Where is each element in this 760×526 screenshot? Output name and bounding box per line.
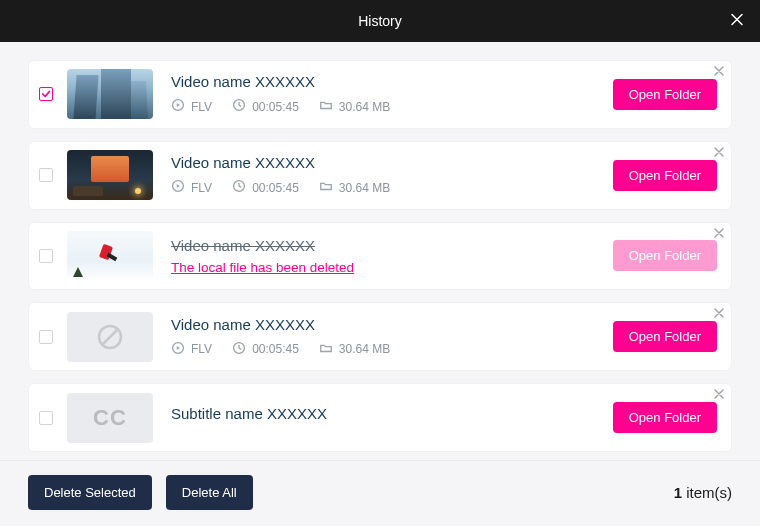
remove-item-icon[interactable]	[713, 65, 725, 77]
play-icon	[171, 179, 185, 196]
open-folder-button[interactable]: Open Folder	[613, 160, 717, 191]
item-title: Video name XXXXXX	[171, 154, 613, 171]
item-meta: FLV00:05:4530.64 MB	[171, 179, 613, 196]
list-item: Video name XXXXXXFLV00:05:4530.64 MBOpen…	[28, 60, 732, 129]
unavailable-icon	[95, 322, 125, 352]
item-info: Video name XXXXXXFLV00:05:4530.64 MB	[171, 73, 613, 115]
duration-label: 00:05:45	[252, 100, 299, 114]
folder-icon	[319, 179, 333, 196]
folder-icon	[319, 98, 333, 115]
open-folder-button[interactable]: Open Folder	[613, 79, 717, 110]
delete-selected-button[interactable]: Delete Selected	[28, 475, 152, 510]
clock-icon	[232, 98, 246, 115]
remove-item-icon[interactable]	[713, 388, 725, 400]
select-checkbox[interactable]	[39, 168, 53, 182]
item-count: 1 item(s)	[674, 484, 732, 501]
size-label: 30.64 MB	[339, 342, 390, 356]
page-title: History	[358, 13, 402, 29]
thumbnail	[67, 69, 153, 119]
select-checkbox[interactable]	[39, 330, 53, 344]
size-label: 30.64 MB	[339, 181, 390, 195]
open-folder-button[interactable]: Open Folder	[613, 402, 717, 433]
item-count-suffix: item(s)	[686, 484, 732, 501]
list-item: Video name XXXXXXFLV00:05:4530.64 MBOpen…	[28, 302, 732, 371]
format-label: FLV	[191, 100, 212, 114]
header: History	[0, 0, 760, 42]
remove-item-icon[interactable]	[713, 146, 725, 158]
item-title: Video name XXXXXX	[171, 237, 613, 254]
footer: Delete Selected Delete All 1 item(s)	[0, 460, 760, 526]
close-icon[interactable]	[730, 13, 744, 30]
remove-item-icon[interactable]	[713, 227, 725, 239]
item-meta: FLV00:05:4530.64 MB	[171, 341, 613, 358]
open-folder-button[interactable]: Open Folder	[613, 321, 717, 352]
list-item: Video name XXXXXXThe local file has been…	[28, 222, 732, 291]
duration-label: 00:05:45	[252, 181, 299, 195]
item-count-value: 1	[674, 484, 682, 501]
list-item: CCSubtitle name XXXXXXOpen Folder	[28, 383, 732, 452]
history-list: Video name XXXXXXFLV00:05:4530.64 MBOpen…	[0, 42, 760, 452]
deleted-message[interactable]: The local file has been deleted	[171, 260, 613, 275]
cc-icon: CC	[67, 393, 153, 443]
format-label: FLV	[191, 181, 212, 195]
remove-item-icon[interactable]	[713, 307, 725, 319]
select-checkbox[interactable]	[39, 249, 53, 263]
item-info: Subtitle name XXXXXX	[171, 405, 613, 430]
item-info: Video name XXXXXXFLV00:05:4530.64 MB	[171, 154, 613, 196]
format-label: FLV	[191, 342, 212, 356]
item-title: Video name XXXXXX	[171, 316, 613, 333]
clock-icon	[232, 341, 246, 358]
thumbnail	[67, 150, 153, 200]
select-checkbox[interactable]	[39, 411, 53, 425]
thumbnail	[67, 231, 153, 281]
play-icon	[171, 341, 185, 358]
item-info: Video name XXXXXXFLV00:05:4530.64 MB	[171, 316, 613, 358]
open-folder-button: Open Folder	[613, 240, 717, 271]
list-item: Video name XXXXXXFLV00:05:4530.64 MBOpen…	[28, 141, 732, 210]
item-info: Video name XXXXXXThe local file has been…	[171, 237, 613, 275]
play-icon	[171, 98, 185, 115]
duration-label: 00:05:45	[252, 342, 299, 356]
clock-icon	[232, 179, 246, 196]
item-title: Subtitle name XXXXXX	[171, 405, 613, 422]
delete-all-button[interactable]: Delete All	[166, 475, 253, 510]
item-meta: FLV00:05:4530.64 MB	[171, 98, 613, 115]
select-checkbox[interactable]	[39, 87, 53, 101]
item-title: Video name XXXXXX	[171, 73, 613, 90]
size-label: 30.64 MB	[339, 100, 390, 114]
thumbnail	[67, 312, 153, 362]
folder-icon	[319, 341, 333, 358]
